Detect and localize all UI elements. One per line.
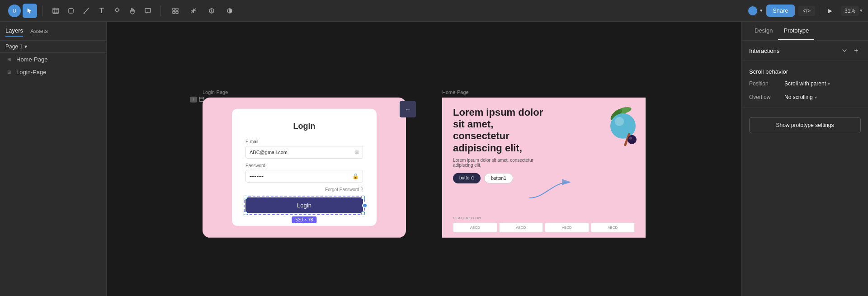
vector-btn[interactable] [186, 4, 201, 18]
comment-icon [144, 7, 151, 14]
layer-label-home: Home-Page [16, 56, 47, 63]
featured-logo-3: ABCD [591, 222, 635, 232]
contrast-btn[interactable] [222, 4, 237, 18]
main-area: Layers Assets Page 1 ▾ ⊞ Home-Page ⊞ Log… [0, 22, 868, 296]
svg-rect-9 [176, 8, 178, 10]
position-chevron: ▾ [828, 81, 830, 86]
avatar-btn[interactable]: U [7, 4, 22, 18]
right-panel: Design Prototype Interactions + Scroll b… [741, 22, 868, 296]
shape-icon [67, 7, 75, 14]
email-placeholder: ABC@gmail.com [250, 150, 288, 155]
separator-3 [819, 5, 819, 16]
tab-design[interactable]: Design [749, 22, 778, 40]
featured-logo-1: ABCD [499, 222, 543, 232]
toolbar-left-group: U [5, 4, 39, 18]
pen-tool-btn[interactable] [79, 4, 94, 18]
position-value-text: Scroll with parent [784, 80, 826, 87]
tab-prototype[interactable]: Prototype [778, 22, 814, 40]
mask-btn[interactable] [204, 4, 219, 18]
svg-point-19 [610, 113, 636, 138]
layer-item-home-page[interactable]: ⊞ Home-Page [0, 53, 106, 66]
frame-number-value: 1 [190, 96, 197, 102]
home-buttons: button1 button1 [453, 173, 635, 183]
contrast-icon [226, 7, 233, 14]
code-button[interactable]: </> [798, 6, 815, 16]
mask-icon [208, 7, 215, 14]
interactions-title: Interactions [749, 47, 779, 54]
interaction-icon [841, 47, 848, 54]
login-card: Login E-mail ABC@gmail.com ✉ Password ••… [232, 109, 377, 226]
vector-icon [190, 7, 197, 14]
handle-br [361, 211, 365, 215]
handle-bl [244, 211, 247, 215]
page-selector[interactable]: Page 1 ▾ [0, 41, 106, 53]
pen-icon [83, 7, 90, 14]
svg-point-6 [84, 12, 85, 14]
divider-1 [742, 61, 868, 61]
overflow-prop-row: Overflow No scrolling ▾ [742, 90, 868, 104]
interactions-actions: + [841, 46, 861, 55]
connection-dot[interactable] [362, 202, 368, 208]
toolbar: U [0, 0, 868, 22]
show-prototype-settings-btn[interactable]: Show prototype settings [749, 117, 861, 133]
email-input-display: ABC@gmail.com ✉ [245, 146, 363, 159]
canvas[interactable]: Login-Page 1 ← Login [107, 22, 741, 296]
add-interaction-btn[interactable]: + [852, 46, 861, 55]
grid-icon [172, 7, 179, 14]
frame-icon [52, 7, 59, 14]
login-frame-label: Login-Page [203, 89, 406, 94]
toolbar-right: ▾ Share </> ▶ 31% ▾ [747, 4, 863, 18]
layer-item-login-page[interactable]: ⊞ Login-Page [0, 66, 106, 78]
svg-point-22 [627, 135, 637, 144]
tab-assets[interactable]: Assets [30, 26, 48, 36]
illustration-svg [596, 101, 641, 150]
frame-tool-btn[interactable] [48, 4, 63, 18]
forgot-password-link[interactable]: Forgot Password ? [245, 187, 363, 192]
separator-2 [160, 5, 161, 16]
size-badge: 530 × 78 [292, 216, 316, 223]
overflow-chevron: ▾ [815, 95, 817, 100]
home-btn2[interactable]: button1 [484, 173, 513, 183]
divider-2 [742, 108, 868, 108]
featured-label: FEATURED ON [453, 216, 635, 220]
layer-label-login: Login-Page [16, 69, 47, 75]
login-button-selected[interactable]: Login [245, 197, 363, 213]
shape-tool-btn[interactable] [64, 4, 78, 18]
scroll-behavior-section-header: Scroll behavior [742, 63, 868, 77]
text-tool-btn[interactable]: T [94, 4, 109, 18]
select-tool-btn[interactable] [23, 4, 37, 18]
right-panel-content: Interactions + Scroll behavior Position … [742, 41, 868, 296]
hand-icon [129, 7, 136, 14]
left-panel-tabs: Layers Assets [0, 22, 106, 41]
svg-point-20 [615, 117, 624, 126]
grid-view-btn[interactable] [168, 4, 183, 18]
svg-rect-7 [115, 8, 119, 12]
login-card-title: Login [245, 122, 363, 131]
position-value-dropdown[interactable]: Scroll with parent ▾ [784, 80, 830, 87]
password-lock-icon: 🔒 [352, 173, 359, 179]
featured-section: FEATURED ON ABCD ABCD ABCD ABCD [442, 212, 646, 237]
arrow-back-btn[interactable]: ← [400, 101, 416, 117]
hand-tool-btn[interactable] [125, 4, 140, 18]
login-frame-inner: ← Login E-mail ABC@gmail.com ✉ Password [203, 97, 406, 237]
frame-number-badge: 1 [190, 96, 204, 102]
component-tool-btn[interactable] [110, 4, 124, 18]
overflow-value-dropdown[interactable]: No scrolling ▾ [784, 94, 817, 100]
comment-tool-btn[interactable] [141, 4, 155, 18]
separator-1 [42, 5, 43, 16]
home-sub-text: Lorem ipsum dolor sit amet, consectetur … [453, 158, 539, 168]
share-button[interactable]: Share [766, 5, 795, 17]
password-input-display: •••••••• 🔒 [245, 170, 363, 183]
user-avatar: U [8, 5, 21, 17]
password-field-label: Password [245, 163, 363, 168]
svg-rect-8 [173, 8, 175, 10]
scroll-behavior-title: Scroll behavior [749, 68, 788, 75]
home-btn1[interactable]: button1 [453, 173, 481, 183]
position-prop-row: Position Scroll with parent ▾ [742, 77, 868, 90]
password-value: •••••••• [250, 174, 264, 179]
zoom-level[interactable]: 31% [841, 6, 859, 16]
play-button[interactable]: ▶ [823, 4, 837, 18]
component-icon [113, 7, 121, 14]
tab-layers[interactable]: Layers [5, 25, 23, 37]
email-field-label: E-mail [245, 139, 363, 144]
